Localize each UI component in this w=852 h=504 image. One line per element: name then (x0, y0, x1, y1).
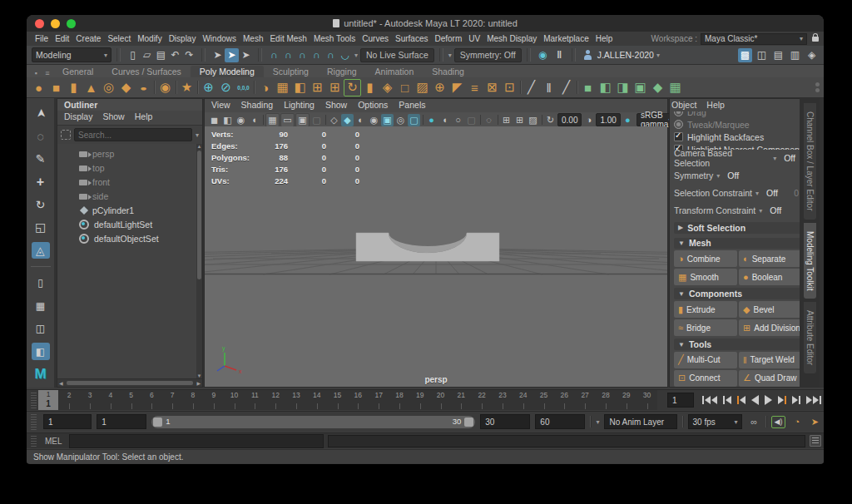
shelf-icon[interactable]: ▲ (82, 79, 100, 96)
play-forwards-button[interactable] (765, 395, 772, 405)
outliner-item[interactable]: pCylinder1 (57, 203, 202, 217)
move-tool-icon[interactable]: + (32, 173, 50, 190)
frame-cell[interactable]: 12 (265, 390, 286, 410)
shelf-icon[interactable]: ● (30, 79, 47, 96)
range-slider[interactable]: 1 30 (151, 416, 475, 428)
menu-item[interactable]: Create (72, 33, 104, 44)
sidebar-toggle-icon[interactable]: ▤ (771, 48, 785, 62)
shelf-icon[interactable]: ╱ (557, 79, 575, 96)
shelf-icon[interactable]: ‖ (540, 79, 557, 96)
option-control-icon[interactable] (674, 111, 683, 116)
viewport-toolbar-icon[interactable]: ◉ (235, 114, 247, 126)
shelf-tab[interactable]: Animation (366, 66, 424, 77)
viewport-toolbar-icon[interactable]: ▢ (465, 114, 478, 126)
chevron-down-icon[interactable]: ▾ (759, 207, 762, 215)
layout-two-pane-icon[interactable]: ◫ (32, 320, 50, 337)
frame-cell[interactable]: 9 (203, 390, 224, 410)
title-bar[interactable]: untitled* - Autodesk Maya LT 2020: untit… (27, 15, 824, 32)
viewport-toolbar-icon[interactable] (478, 114, 482, 126)
components-section-header[interactable]: ▼ Components (674, 288, 802, 299)
playback-end-field[interactable]: 30 (480, 414, 530, 429)
shelf-icon[interactable]: ▣ (632, 79, 649, 96)
shelf-icon[interactable]: ★ (178, 79, 196, 96)
outliner-menu-item[interactable]: Help (135, 111, 153, 124)
frame-cell[interactable]: 19 (409, 390, 430, 410)
menu-item[interactable]: Help (592, 33, 617, 44)
filter-box-icon[interactable] (61, 130, 71, 140)
status-icon[interactable]: ▱ (140, 48, 154, 62)
go-to-start-button[interactable] (702, 396, 717, 404)
viewport-toolbar-icon[interactable] (261, 114, 265, 126)
shelf-icon[interactable]: ⊡ (501, 79, 518, 96)
frame-cell[interactable]: 4 (100, 390, 121, 410)
frame-cell[interactable]: 8 (183, 390, 204, 410)
sidebar-toggle-icon[interactable]: ▥ (788, 48, 802, 62)
menu-item[interactable]: UV (465, 33, 483, 44)
timeline-grip[interactable] (31, 392, 37, 408)
viewport-toolbar-icon[interactable] (540, 114, 543, 126)
status-separator[interactable] (201, 48, 206, 62)
viewport-toolbar-icon[interactable]: ▣ (381, 114, 394, 126)
shelf-icon[interactable]: ■ (579, 79, 597, 96)
shelf-scroll-control[interactable] (814, 82, 820, 92)
step-forward-key-button[interactable] (778, 396, 786, 404)
shelf-icon[interactable]: ▮ (361, 79, 379, 96)
fps-selector[interactable]: 30 fps ▾ (688, 414, 743, 429)
anim-layer-field[interactable]: No Anim Layer (604, 414, 676, 429)
menu-item[interactable]: Modify (134, 33, 165, 44)
rotate-tool-icon[interactable]: ↻ (32, 196, 50, 213)
step-back-frame-button[interactable] (723, 396, 731, 404)
status-separator[interactable] (116, 48, 121, 62)
scale-tool-icon[interactable]: ◱ (32, 219, 50, 235)
viewport-menu-item[interactable]: View (211, 100, 230, 111)
snap-icon[interactable]: ∩ (281, 48, 295, 62)
viewport-toolbar-icon[interactable]: ◼ (208, 114, 220, 126)
current-frame-indicator[interactable]: 1 1 (38, 390, 58, 410)
shelf-icon[interactable]: ⊞ (326, 79, 344, 96)
viewport-toolbar-icon[interactable]: ▭ (280, 113, 295, 127)
viewport-toolbar-icon[interactable]: ⊞ (513, 114, 526, 126)
viewport-menu-item[interactable]: Options (358, 100, 388, 111)
scroll-left-icon[interactable]: ◀ (57, 380, 65, 386)
snap-icon[interactable]: ◡ (338, 48, 352, 62)
range-start-handle[interactable] (153, 418, 162, 427)
frame-cell[interactable]: 2 (59, 390, 80, 410)
shelf-icon[interactable]: ◤ (448, 79, 466, 96)
toolkit-option[interactable]: Highlight Backfaces (674, 131, 802, 143)
frame-cell[interactable]: 24 (513, 390, 533, 410)
toolkit-button[interactable]: ◐ Separate (739, 250, 802, 267)
option-control-icon[interactable] (674, 132, 683, 141)
frame-cell[interactable]: 25 (533, 390, 554, 410)
shelf-icon[interactable]: ▮ (65, 79, 82, 96)
viewport-menu-item[interactable]: Shading (241, 100, 274, 111)
snap-icon[interactable]: ∩ (267, 48, 281, 62)
menu-item[interactable]: Select (104, 33, 134, 44)
go-to-end-button[interactable] (806, 396, 821, 404)
chevron-down-icon[interactable]: ▾ (354, 52, 358, 59)
outliner-item[interactable]: defaultLightSet (57, 217, 202, 231)
selection-mask-icon[interactable]: ➤ (225, 48, 239, 62)
menu-item[interactable]: Edit Mesh (266, 33, 310, 44)
viewport-toolbar-icon[interactable] (324, 114, 327, 126)
toolkit-menu-item[interactable]: Object (671, 100, 696, 110)
toolkit-button[interactable]: ≈ Bridge (674, 319, 737, 336)
toolkit-dropdown-row[interactable]: Camera Based Selection ▾ Off (674, 150, 802, 167)
snap-icon[interactable]: ∩ (310, 48, 324, 62)
shelf-icon[interactable]: ╱ (523, 79, 540, 96)
menu-set-selector[interactable]: Modeling ▾ (32, 47, 111, 62)
viewport-toolbar-icon[interactable]: ↻ (544, 114, 557, 126)
toolkit-button[interactable]: ╱ Multi-Cut (674, 352, 737, 368)
soft-selection-header[interactable]: ▶ Soft Selection (674, 222, 802, 234)
menu-item[interactable]: Windows (199, 33, 240, 44)
commandline-grip[interactable] (31, 435, 37, 447)
toolkit-button[interactable]: ● Boolean (739, 269, 802, 285)
current-frame-field[interactable]: 1 (667, 393, 694, 408)
viewport-toolbar-icon[interactable] (496, 114, 499, 126)
mel-label[interactable]: MEL (42, 437, 65, 446)
viewport-toolbar-icon[interactable]: ▨ (527, 114, 539, 126)
outliner-menu-item[interactable]: Show (102, 111, 124, 124)
chevron-down-icon[interactable]: ▾ (448, 52, 452, 59)
frame-cell[interactable]: 7 (162, 390, 183, 410)
select-tool-icon[interactable]: ➤ (32, 104, 48, 122)
frame-cell[interactable]: 27 (575, 390, 596, 410)
